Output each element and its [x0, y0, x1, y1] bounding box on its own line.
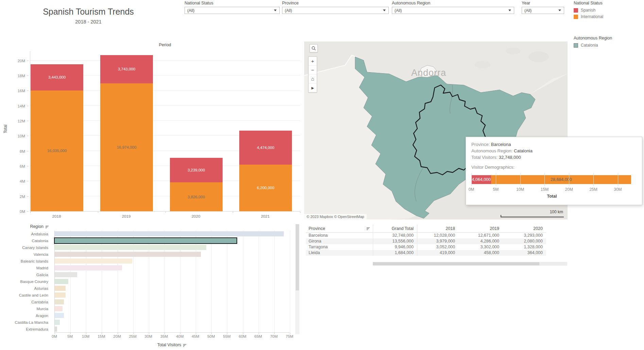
- filter-label: Year: [522, 1, 564, 5]
- region-bar-andalusia[interactable]: [55, 231, 284, 236]
- autonomous-region-dropdown[interactable]: (All): [392, 7, 514, 14]
- dropdown-value: (All): [285, 8, 292, 13]
- region-label-valencia: Valencia: [0, 251, 52, 258]
- region-bar-galicia[interactable]: [55, 272, 77, 277]
- bar-value-label: 6,200,000: [257, 186, 274, 190]
- chevron-down-icon: [558, 10, 561, 11]
- bar-2020-international[interactable]: 3,826,000: [170, 182, 223, 211]
- region-bar-catalonia[interactable]: [55, 238, 237, 243]
- table-cell-value: 1,684,000: [373, 250, 417, 256]
- x-tick-label: 10M: [78, 334, 93, 338]
- legend-item-international[interactable]: International: [574, 14, 603, 19]
- region-bar-cantabria[interactable]: [55, 299, 64, 304]
- y-tick-label: 0M: [3, 210, 25, 214]
- x-tick-mark: [180, 333, 180, 334]
- province-dropdown[interactable]: (All): [282, 7, 389, 14]
- region-bar-castilla-la-mancha[interactable]: [55, 320, 60, 325]
- table-cell-province: Barcelona: [306, 233, 373, 238]
- x-tick-label: 40M: [172, 334, 187, 338]
- year-dropdown[interactable]: (All): [522, 7, 564, 14]
- table-cell-value: 3,052,000: [417, 244, 458, 250]
- bar-2020-spanish[interactable]: 3,239,000: [170, 158, 223, 182]
- sort-icon: [183, 344, 187, 347]
- bar-2018-spanish[interactable]: 3,443,000: [31, 64, 83, 90]
- bar-2019-international[interactable]: 16,974,000: [100, 83, 153, 211]
- region-bar-castile-and-le-n[interactable]: [55, 293, 66, 298]
- region-label-castile-and-le-n: Castile and León: [0, 292, 52, 299]
- table-row-barcelona[interactable]: Barcelona32,748,00012,028,00012,671,0003…: [306, 233, 546, 238]
- gridline: [211, 231, 212, 332]
- x-tick-mark: [98, 212, 98, 213]
- legend-item-catalonia[interactable]: Catalonia: [574, 43, 612, 48]
- x-tick-label: 20M: [565, 187, 573, 192]
- map-terrain-patch: [506, 48, 521, 54]
- legend-item-spanish[interactable]: Spanish: [574, 8, 603, 13]
- x-tick-label: 70M: [266, 334, 281, 338]
- y-tick-mark: [27, 106, 29, 106]
- national-status-dropdown[interactable]: (All): [185, 7, 280, 14]
- map-label-andorra: Andorra: [411, 68, 446, 78]
- gridline: [569, 173, 569, 186]
- province-table: ProvinceGrand Total201820192020 Barcelon…: [306, 224, 569, 256]
- bar-2021-international[interactable]: 6,200,000: [239, 165, 292, 211]
- x-tick-label: 5M: [63, 334, 77, 338]
- table-header-row: ProvinceGrand Total201820192020: [306, 224, 546, 233]
- region-x-axis-title[interactable]: Total Visitors: [54, 343, 290, 347]
- home-button[interactable]: ⌂: [309, 74, 317, 83]
- bar-value-label: 4,474,000: [257, 146, 274, 150]
- region-bar-murcia[interactable]: [55, 306, 63, 311]
- bar-value-label: 16,035,000: [47, 149, 67, 153]
- table-header-grand-total[interactable]: Grand Total: [373, 224, 417, 232]
- region-bar-valencia[interactable]: [55, 252, 201, 257]
- region-axis-labels: AndalusiaCataloniaCanary IslandsValencia…: [0, 231, 52, 333]
- table-row-girona[interactable]: Girona13,556,0003,979,0004,286,0002,080,…: [306, 238, 546, 244]
- table-header-province[interactable]: Province: [306, 224, 373, 232]
- filter-year: Year (All): [522, 1, 564, 14]
- table-column-divider: [417, 224, 417, 256]
- chevron-down-icon: [383, 10, 386, 11]
- bar-2019-spanish[interactable]: 3,743,000: [100, 55, 153, 83]
- region-bar-aragon[interactable]: [55, 313, 64, 318]
- bar-value-label: 16,974,000: [117, 145, 137, 149]
- zoom-out-button[interactable]: −: [309, 66, 317, 74]
- filter-autonomous-region: Autonomous Region (All): [392, 1, 514, 14]
- region-bar-canary-islands[interactable]: [55, 245, 206, 250]
- region-scrollbar-thumb[interactable]: [296, 224, 299, 290]
- table-row-tarragona[interactable]: Tarragona9,946,0003,052,0003,302,0001,32…: [306, 244, 546, 250]
- region-bar-balearic-islands[interactable]: [55, 259, 132, 264]
- legend-autonomous-region: Autonomous Region Catalonia: [574, 36, 612, 49]
- y-tick-mark: [27, 166, 29, 166]
- map-terrain-patch: [474, 61, 491, 68]
- sort-icon: [366, 227, 370, 230]
- table-header-2019[interactable]: 2019: [458, 224, 503, 232]
- map-search-button[interactable]: [310, 44, 318, 52]
- y-tick-mark: [27, 196, 29, 197]
- pan-button[interactable]: ▶: [309, 83, 317, 92]
- y-tick-label: 14M: [3, 104, 25, 108]
- table-scrollbar-thumb[interactable]: [373, 262, 539, 265]
- table-header-2018[interactable]: 2018: [417, 224, 458, 232]
- gridline: [259, 231, 259, 332]
- region-bar-extremadura[interactable]: [55, 327, 57, 332]
- table-row-lleida[interactable]: Lleida1,684,000419,000458,000364,000: [306, 250, 546, 256]
- region-bar-asturias[interactable]: [55, 286, 66, 291]
- gridline: [290, 231, 290, 332]
- x-category-label: 2021: [231, 214, 300, 218]
- region-bar-madrid[interactable]: [55, 265, 122, 270]
- region-bar-basque-country[interactable]: [55, 279, 68, 284]
- table-header-2020[interactable]: 2020: [503, 224, 546, 232]
- bar-2018-international[interactable]: 16,035,000: [31, 90, 83, 211]
- table-scrollbar[interactable]: [373, 262, 567, 266]
- zoom-in-button[interactable]: +: [309, 57, 317, 66]
- region-label-balearic-islands: Balearic Islands: [0, 258, 52, 265]
- x-tick-mark: [227, 333, 227, 334]
- region-scrollbar[interactable]: [295, 224, 299, 334]
- x-tick-label: 35M: [157, 334, 172, 338]
- plus-icon: +: [311, 58, 314, 64]
- gridline: [471, 173, 472, 186]
- bar-2021-spanish[interactable]: 4,474,000: [239, 131, 292, 164]
- region-column-header[interactable]: Region: [0, 224, 52, 229]
- gridline: [243, 231, 243, 332]
- tooltip-province-row: Province: Barcelona: [471, 141, 637, 148]
- x-tick-mark: [166, 212, 166, 213]
